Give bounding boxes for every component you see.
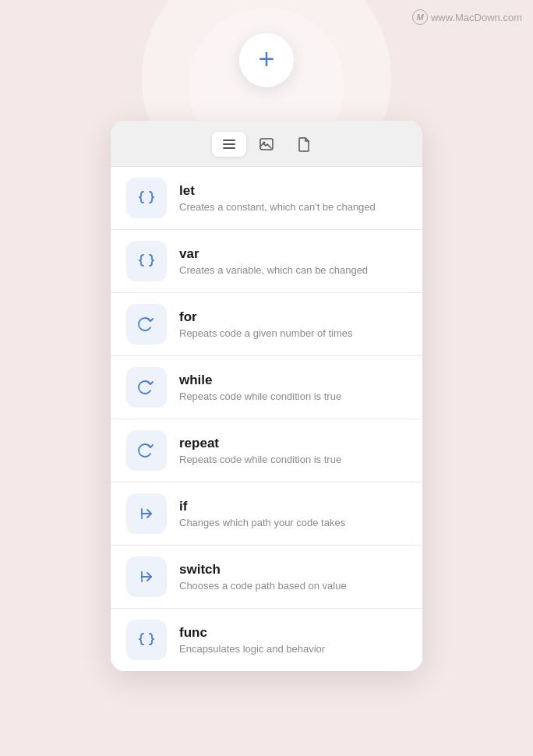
item-text-repeat: repeat Repeats code while condition is t… xyxy=(179,436,407,465)
item-name-for: for xyxy=(179,309,407,325)
list-item[interactable]: repeat Repeats code while condition is t… xyxy=(111,419,422,482)
item-text-for: for Repeats code a given number of times xyxy=(179,309,407,339)
document-icon xyxy=(296,136,312,152)
item-desc-var: Creates a variable, which can be changed xyxy=(179,264,407,276)
item-text-let: let Creates a constant, which can't be c… xyxy=(179,183,407,213)
item-desc-for: Repeats code a given number of times xyxy=(179,327,407,339)
watermark-text: www.MacDown.com xyxy=(431,12,522,23)
item-text-switch: switch Chooses a code path based on valu… xyxy=(179,562,407,592)
svg-rect-1 xyxy=(223,143,235,145)
item-name-var: var xyxy=(179,246,407,262)
item-name-repeat: repeat xyxy=(179,436,407,451)
list-item[interactable]: while Repeats code while condition is tr… xyxy=(111,356,422,419)
item-name-let: let xyxy=(179,183,407,199)
item-icon-switch xyxy=(126,556,167,597)
item-desc-func: Encapsulates logic and behavior xyxy=(179,643,407,655)
list-item[interactable]: let Creates a constant, which can't be c… xyxy=(111,167,422,230)
list-icon xyxy=(221,136,237,152)
svg-rect-2 xyxy=(223,147,235,149)
tab-document[interactable] xyxy=(287,132,321,157)
item-icon-func xyxy=(126,620,167,660)
item-icon-repeat xyxy=(126,430,167,471)
list-item[interactable]: for Repeats code a given number of times xyxy=(111,293,422,356)
item-name-switch: switch xyxy=(179,562,407,578)
item-desc-if: Changes which path your code takes xyxy=(179,517,407,528)
items-list: let Creates a constant, which can't be c… xyxy=(111,167,422,671)
plus-button[interactable]: + xyxy=(239,33,294,87)
list-item[interactable]: var Creates a variable, which can be cha… xyxy=(111,230,422,293)
item-name-while: while xyxy=(179,373,407,388)
plus-icon: + xyxy=(258,45,274,73)
watermark: M www.MacDown.com xyxy=(412,9,522,25)
tab-list[interactable] xyxy=(212,132,246,157)
item-desc-repeat: Repeats code while condition is true xyxy=(179,454,407,465)
item-icon-for xyxy=(126,304,167,344)
item-text-var: var Creates a variable, which can be cha… xyxy=(179,246,407,276)
tab-image[interactable] xyxy=(249,132,284,157)
item-text-if: if Changes which path your code takes xyxy=(179,499,407,528)
image-icon xyxy=(259,136,274,152)
item-text-func: func Encapsulates logic and behavior xyxy=(179,625,407,655)
item-desc-while: Repeats code while condition is true xyxy=(179,390,407,402)
main-panel: let Creates a constant, which can't be c… xyxy=(111,121,422,671)
item-icon-while xyxy=(126,367,167,408)
item-text-while: while Repeats code while condition is tr… xyxy=(179,373,407,402)
toolbar xyxy=(111,121,422,167)
item-desc-let: Creates a constant, which can't be chang… xyxy=(179,201,407,213)
list-item[interactable]: func Encapsulates logic and behavior xyxy=(111,609,422,671)
item-icon-var xyxy=(126,241,167,281)
list-item[interactable]: if Changes which path your code takes xyxy=(111,482,422,546)
item-name-if: if xyxy=(179,499,407,514)
watermark-icon: M xyxy=(412,9,428,25)
svg-rect-0 xyxy=(223,140,235,141)
item-name-func: func xyxy=(179,625,407,641)
item-desc-switch: Chooses a code path based on value xyxy=(179,580,407,592)
item-icon-if xyxy=(126,493,167,534)
item-icon-let xyxy=(126,178,167,218)
list-item[interactable]: switch Chooses a code path based on valu… xyxy=(111,546,422,609)
